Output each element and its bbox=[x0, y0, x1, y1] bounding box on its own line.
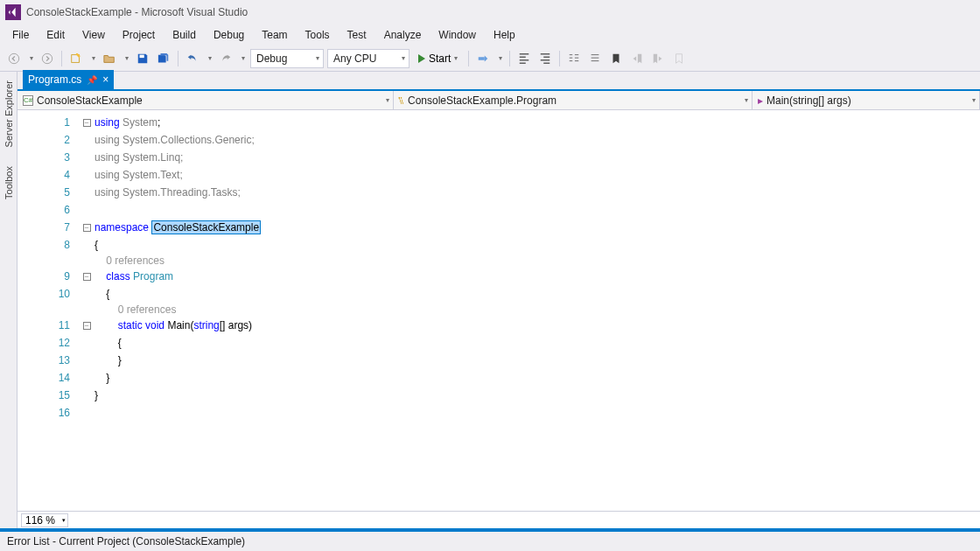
next-bookmark-icon[interactable] bbox=[649, 50, 667, 67]
svg-point-0 bbox=[9, 53, 18, 63]
menu-test[interactable]: Test bbox=[339, 26, 375, 44]
sep bbox=[509, 51, 510, 66]
toolbar: ▾ ▾ ▾ ▾ ▾ Debug▾ Any CPU▾ Start▾ ▾ bbox=[0, 45, 980, 72]
pin-icon[interactable]: 📌 bbox=[87, 75, 97, 85]
menu-debug[interactable]: Debug bbox=[205, 26, 253, 44]
uncomment-icon[interactable] bbox=[586, 50, 604, 67]
line-gutter: 12345678 910 111213141516 bbox=[18, 110, 79, 511]
doc-tab-program[interactable]: Program.cs 📌 × bbox=[23, 70, 114, 89]
step-icon[interactable] bbox=[474, 50, 492, 67]
fold-box[interactable]: − bbox=[83, 224, 91, 232]
svg-point-1 bbox=[42, 53, 52, 63]
redo-drop[interactable]: ▾ bbox=[238, 54, 247, 62]
nav-class[interactable]: ⳹ConsoleStackExample.Program▾ bbox=[394, 91, 752, 109]
menu-help[interactable]: Help bbox=[485, 26, 524, 44]
new-drop[interactable]: ▾ bbox=[88, 54, 97, 62]
code-body[interactable]: using System; using System.Collections.G… bbox=[94, 110, 980, 511]
nav-method[interactable]: ▸Main(string[] args)▾ bbox=[752, 91, 980, 109]
play-icon bbox=[418, 54, 425, 63]
menu-view[interactable]: View bbox=[74, 26, 114, 44]
status-bar: Error List - Current Project (ConsoleSta… bbox=[0, 532, 980, 551]
redo-icon[interactable] bbox=[217, 50, 234, 67]
class-icon: ⳹ bbox=[399, 94, 404, 107]
zoom-bar: 116 %▾ bbox=[18, 511, 980, 528]
prev-bookmark-icon[interactable] bbox=[628, 50, 646, 67]
save-icon[interactable] bbox=[134, 50, 151, 67]
comment-icon[interactable] bbox=[565, 50, 583, 67]
config-combo[interactable]: Debug▾ bbox=[250, 49, 324, 68]
nav-back-icon[interactable] bbox=[5, 50, 23, 67]
step-drop[interactable]: ▾ bbox=[495, 54, 504, 62]
nav-fwd-icon[interactable] bbox=[38, 50, 56, 67]
menu-tools[interactable]: Tools bbox=[297, 26, 339, 44]
svg-rect-3 bbox=[140, 54, 144, 58]
vs-logo-icon bbox=[5, 4, 21, 20]
menu-build[interactable]: Build bbox=[164, 26, 205, 44]
new-project-icon[interactable] bbox=[67, 50, 85, 67]
menu-bar: File Edit View Project Build Debug Team … bbox=[0, 24, 980, 45]
fold-box[interactable]: − bbox=[83, 119, 91, 127]
sep bbox=[468, 51, 469, 66]
title-bar: ConsoleStackExample - Microsoft Visual S… bbox=[0, 0, 980, 24]
menu-edit[interactable]: Edit bbox=[38, 26, 74, 44]
indent-right-icon[interactable] bbox=[536, 50, 554, 67]
server-explorer-tab[interactable]: Server Explorer bbox=[3, 75, 15, 152]
svg-rect-4 bbox=[479, 57, 485, 60]
left-sidebar: Server Explorer Toolbox bbox=[0, 72, 18, 528]
csharp-project-icon: C# bbox=[23, 95, 33, 106]
close-icon[interactable]: × bbox=[102, 73, 108, 86]
doc-tabs: Program.cs 📌 × bbox=[18, 72, 980, 91]
nav-bar: C#ConsoleStackExample▾ ⳹ConsoleStackExam… bbox=[18, 91, 980, 110]
open-drop[interactable]: ▾ bbox=[122, 54, 130, 62]
save-all-icon[interactable] bbox=[155, 50, 172, 67]
open-icon[interactable] bbox=[101, 50, 118, 67]
fold-box[interactable]: − bbox=[83, 273, 91, 281]
nav-back-drop[interactable]: ▾ bbox=[26, 54, 35, 62]
menu-project[interactable]: Project bbox=[114, 26, 164, 44]
menu-team[interactable]: Team bbox=[253, 26, 296, 44]
nav-project[interactable]: C#ConsoleStackExample▾ bbox=[18, 91, 394, 109]
fold-gutter: − − − − bbox=[79, 110, 94, 511]
menu-file[interactable]: File bbox=[4, 26, 38, 44]
sep bbox=[61, 51, 62, 66]
platform-combo[interactable]: Any CPU▾ bbox=[327, 49, 410, 68]
indent-left-icon[interactable] bbox=[515, 50, 533, 67]
method-icon: ▸ bbox=[758, 94, 763, 107]
window-title: ConsoleStackExample - Microsoft Visual S… bbox=[26, 6, 248, 18]
start-button[interactable]: Start▾ bbox=[413, 49, 463, 68]
sep bbox=[559, 51, 560, 66]
doc-tab-label: Program.cs bbox=[28, 73, 81, 86]
undo-drop[interactable]: ▾ bbox=[205, 54, 214, 62]
menu-window[interactable]: Window bbox=[430, 26, 485, 44]
bookmark-icon[interactable] bbox=[607, 50, 625, 67]
sep bbox=[178, 51, 178, 66]
zoom-combo[interactable]: 116 %▾ bbox=[21, 513, 68, 527]
fold-box[interactable]: − bbox=[83, 322, 91, 330]
toolbox-tab[interactable]: Toolbox bbox=[3, 161, 15, 205]
clear-bookmark-icon[interactable] bbox=[670, 50, 688, 67]
menu-analyze[interactable]: Analyze bbox=[375, 26, 430, 44]
status-text: Error List - Current Project (ConsoleSta… bbox=[7, 535, 245, 548]
code-editor[interactable]: 12345678 910 111213141516 − − − − using … bbox=[18, 110, 980, 511]
undo-icon[interactable] bbox=[184, 50, 201, 67]
